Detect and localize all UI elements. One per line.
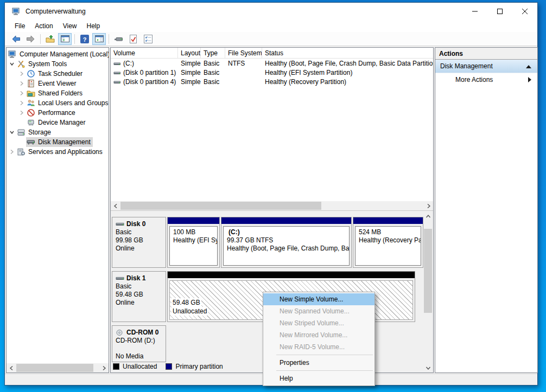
- close-button[interactable]: [512, 3, 537, 20]
- disk0-partition-c[interactable]: (C:) 99.37 GB NTFS Healthy (Boot, Page F…: [221, 217, 352, 268]
- partition-status: Healthy (Recovery Par: [359, 236, 417, 245]
- scrollbar-thumb[interactable]: [16, 364, 93, 372]
- maximize-button[interactable]: [487, 3, 512, 20]
- scrollbar-thumb[interactable]: [120, 202, 321, 210]
- volume-type: Basic: [201, 60, 225, 67]
- disk-type: CD-ROM (D:): [116, 337, 162, 345]
- disk0-label-panel[interactable]: Disk 0 Basic 99.98 GB Online: [112, 217, 166, 268]
- chevron-collapsed-icon[interactable]: [17, 90, 26, 97]
- disk1-label-panel[interactable]: Disk 1 Basic 59.48 GB Online: [112, 271, 166, 322]
- volume-list-header: Volume Layout Type File System Status: [111, 48, 433, 59]
- tree-item-performance[interactable]: Performance: [7, 108, 109, 118]
- menu-view[interactable]: View: [58, 21, 82, 31]
- volume-name: (Disk 0 partition 1): [123, 69, 176, 76]
- scroll-down-button[interactable]: [423, 363, 433, 372]
- chevron-expanded-icon[interactable]: [8, 61, 16, 67]
- chevron-collapsed-icon[interactable]: [17, 100, 26, 106]
- disk-properties-button[interactable]: [112, 33, 125, 45]
- disk-size: 59.48 GB: [116, 291, 162, 299]
- scroll-up-button[interactable]: [423, 211, 433, 221]
- menu-item-new-simple-volume[interactable]: New Simple Volume...: [263, 293, 374, 305]
- disk0-partition-efi[interactable]: 100 MB Healthy (EFI Sys: [167, 217, 220, 268]
- column-header-file-system[interactable]: File System: [225, 48, 262, 58]
- tree-item-computer-management[interactable]: Computer Management (Local): [7, 49, 109, 59]
- tree-item-label: Services and Applications: [28, 148, 103, 156]
- menu-action[interactable]: Action: [30, 21, 58, 31]
- check-mark-doc-button[interactable]: [126, 33, 140, 45]
- menu-item-properties[interactable]: Properties: [263, 357, 374, 369]
- tree-item-device-manager[interactable]: Device Manager: [7, 118, 109, 127]
- tree-item-event-viewer[interactable]: Event Viewer: [7, 79, 109, 88]
- tree-item-label: Local Users and Groups: [38, 99, 108, 107]
- tree-item-disk-management[interactable]: Disk Management: [7, 137, 109, 147]
- unallocated-label: Unallocated: [172, 307, 208, 316]
- collapse-caret-icon[interactable]: [526, 65, 531, 68]
- show-hide-action-pane-button[interactable]: [92, 33, 106, 45]
- tree-item-task-scheduler[interactable]: Task Scheduler: [7, 69, 109, 79]
- volume-layout: Simple: [178, 60, 201, 67]
- volume-list-horizontal-scrollbar[interactable]: [111, 201, 433, 211]
- actions-pane-title: Actions: [435, 48, 537, 60]
- up-one-level-button[interactable]: [43, 33, 57, 45]
- partition-size: 99.37 GB NTFS: [227, 236, 346, 245]
- tree-item-services-and-applications[interactable]: Services and Applications: [7, 147, 109, 157]
- scroll-left-button[interactable]: [7, 363, 16, 372]
- volume-file-system: NTFS: [225, 60, 262, 67]
- unallocated-swatch: [113, 363, 119, 370]
- toolbar-separator: [74, 34, 75, 44]
- menu-item-help[interactable]: Help: [263, 372, 374, 384]
- disk0-partition-recovery[interactable]: 524 MB Healthy (Recovery Par: [353, 217, 423, 268]
- actions-group-disk-management[interactable]: Disk Management: [435, 60, 537, 73]
- graphical-view-vertical-scrollbar[interactable]: [423, 211, 433, 372]
- forward-button[interactable]: [24, 33, 37, 45]
- partition-title: (C:): [227, 228, 346, 236]
- task-list-button[interactable]: [141, 33, 155, 45]
- legend-primary-label: Primary partition: [175, 363, 223, 370]
- menu-file[interactable]: File: [10, 21, 30, 31]
- window-title: Computerverwaltung: [26, 8, 86, 15]
- tree-item-local-users-and-groups[interactable]: Local Users and Groups: [7, 98, 109, 108]
- minimize-button[interactable]: [462, 3, 487, 20]
- menu-help[interactable]: Help: [82, 21, 105, 31]
- column-header-volume[interactable]: Volume: [111, 48, 178, 58]
- tree-item-storage[interactable]: Storage: [7, 127, 109, 137]
- tree-item-shared-folders[interactable]: Shared Folders: [7, 88, 109, 98]
- partition-size: 524 MB: [359, 228, 417, 236]
- volume-row-partition1[interactable]: (Disk 0 partition 1) Simple Basic Health…: [111, 68, 433, 77]
- tree-horizontal-scrollbar[interactable]: [7, 363, 109, 372]
- chevron-collapsed-icon[interactable]: [17, 80, 26, 87]
- primary-partition-bar: [221, 217, 351, 224]
- show-hide-console-tree-button[interactable]: [58, 33, 72, 45]
- chevron-collapsed-icon[interactable]: [17, 70, 26, 77]
- scroll-left-button[interactable]: [111, 201, 120, 210]
- scrollbar-thumb[interactable]: [424, 229, 432, 313]
- title-bar[interactable]: Computerverwaltung: [5, 3, 537, 20]
- volume-disk-icon: [113, 61, 121, 66]
- disk-device-icon: [114, 35, 123, 43]
- volume-disk-icon: [113, 70, 121, 75]
- svg-text:?: ?: [82, 36, 86, 42]
- column-header-status[interactable]: Status: [262, 48, 433, 58]
- tree-item-system-tools[interactable]: System Tools: [7, 59, 109, 69]
- toolbar-separator: [109, 34, 109, 44]
- column-header-type[interactable]: Type: [201, 48, 225, 58]
- back-button[interactable]: [9, 33, 23, 45]
- volume-type: Basic: [201, 69, 225, 76]
- primary-partition-bar: [168, 217, 219, 224]
- scroll-right-button[interactable]: [99, 363, 109, 372]
- more-actions-item[interactable]: More Actions: [435, 73, 537, 86]
- system-tools-icon: [17, 60, 26, 68]
- disk-name: CD-ROM 0: [126, 329, 158, 337]
- help-button[interactable]: ?: [78, 33, 91, 45]
- cdrom-label-panel[interactable]: CD-ROM 0 CD-ROM (D:) No Media: [112, 325, 166, 362]
- chevron-expanded-icon[interactable]: [8, 129, 16, 136]
- toolbar: ?: [5, 32, 537, 46]
- scroll-right-button[interactable]: [424, 201, 433, 210]
- chevron-collapsed-icon[interactable]: [17, 110, 26, 116]
- menu-separator: [276, 370, 373, 371]
- volume-row-partition4[interactable]: (Disk 0 partition 4) Simple Basic Health…: [111, 77, 433, 86]
- event-viewer-icon: [27, 79, 35, 88]
- column-header-layout[interactable]: Layout: [178, 48, 201, 58]
- volume-row-c[interactable]: (C:) Simple Basic NTFS Healthy (Boot, Pa…: [111, 59, 433, 68]
- chevron-collapsed-icon[interactable]: [8, 149, 16, 155]
